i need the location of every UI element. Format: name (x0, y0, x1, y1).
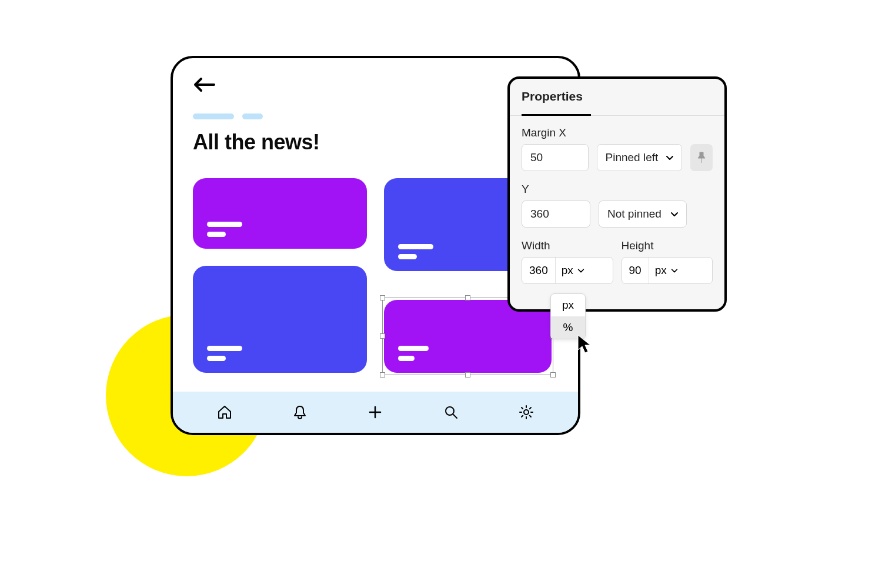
home-icon (216, 404, 233, 420)
news-card[interactable] (193, 178, 367, 249)
y-input[interactable]: 360 (522, 201, 590, 228)
tab-home[interactable] (215, 403, 234, 422)
y-pin-value: Not pinned (607, 208, 662, 220)
properties-header: Properties (510, 79, 724, 116)
height-field[interactable]: 90 px (622, 257, 713, 284)
card-text-placeholder (207, 356, 226, 361)
tab-notifications[interactable] (290, 403, 309, 422)
chevron-down-icon (665, 153, 674, 162)
width-label: Width (522, 239, 613, 252)
card-text-placeholder (398, 356, 415, 361)
card-text-placeholder (398, 346, 429, 351)
height-unit-value: px (655, 264, 667, 277)
gear-icon (518, 404, 534, 420)
news-card[interactable] (193, 266, 367, 373)
arrow-left-icon (193, 76, 215, 93)
resize-handle[interactable] (465, 372, 470, 377)
width-unit-value: px (562, 264, 573, 277)
height-label: Height (622, 239, 713, 252)
margin-x-input[interactable]: 50 (522, 144, 589, 171)
chevron-down-icon (670, 266, 679, 275)
resize-handle[interactable] (380, 295, 385, 300)
breadcrumb-segment (242, 113, 263, 119)
width-unit-select[interactable]: px (556, 258, 591, 283)
resize-handle[interactable] (380, 372, 385, 377)
tab-settings[interactable] (517, 403, 536, 422)
search-icon (443, 404, 459, 420)
chevron-down-icon (670, 209, 679, 219)
breadcrumb-segment (193, 113, 234, 119)
height-unit-select[interactable]: px (649, 258, 684, 283)
y-label: Y (522, 183, 713, 196)
y-pin-select[interactable]: Not pinned (599, 201, 687, 228)
margin-x-pin-select[interactable]: Pinned left (597, 144, 682, 171)
unit-dropdown: px % (550, 293, 586, 339)
unit-option-px[interactable]: px (551, 294, 585, 316)
properties-panel: Properties Margin X 50 Pinned left (507, 76, 727, 312)
margin-x-value: 50 (530, 151, 543, 164)
card-text-placeholder (398, 244, 433, 249)
svg-point-1 (524, 410, 529, 415)
tab-add[interactable] (366, 403, 385, 422)
card-text-placeholder (207, 222, 242, 227)
page-title: All the news! (193, 130, 558, 155)
pin-button[interactable] (690, 144, 713, 171)
width-field[interactable]: 360 px (522, 257, 613, 284)
resize-handle[interactable] (550, 372, 556, 377)
height-value[interactable]: 90 (622, 258, 649, 283)
margin-x-label: Margin X (522, 126, 713, 139)
margin-x-pin-value: Pinned left (606, 151, 659, 164)
breadcrumb (193, 113, 558, 119)
card-text-placeholder (207, 346, 242, 351)
unit-option-percent[interactable]: % (551, 316, 585, 339)
properties-title: Properties (522, 89, 583, 108)
card-text-placeholder (207, 232, 226, 237)
plus-icon (367, 404, 383, 420)
cards-area (193, 178, 558, 378)
pin-icon (696, 151, 707, 164)
width-value[interactable]: 360 (522, 258, 556, 283)
card-text-placeholder (398, 254, 417, 259)
tab-bar (173, 392, 578, 433)
back-button[interactable] (193, 76, 216, 93)
svg-point-0 (446, 407, 454, 415)
y-value: 360 (530, 208, 549, 220)
tab-search[interactable] (442, 403, 460, 422)
bell-icon (292, 404, 308, 420)
chevron-down-icon (577, 266, 585, 275)
